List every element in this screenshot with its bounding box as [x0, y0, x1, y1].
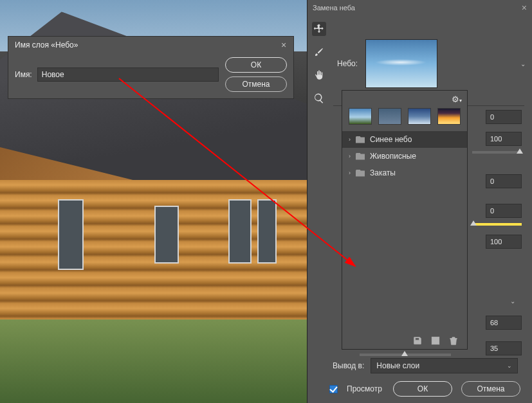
slider-track[interactable] [472, 151, 522, 154]
house-window [154, 206, 179, 264]
folder-icon [356, 153, 365, 160]
slider-track-color[interactable] [472, 223, 522, 226]
close-icon[interactable]: × [522, 3, 527, 13]
output-value: Новые слои [376, 361, 419, 370]
slider-value-7[interactable] [486, 341, 522, 355]
slider-value-4[interactable] [486, 204, 522, 218]
category-sunsets[interactable]: › Закаты [342, 165, 467, 181]
name-input[interactable] [37, 67, 219, 82]
chevron-down-icon[interactable]: ⌄ [520, 60, 526, 67]
house-window [228, 199, 252, 264]
slider-value-3[interactable] [486, 174, 522, 188]
grass-foreground [0, 319, 307, 403]
panel-title: Замена неба [313, 4, 355, 12]
save-icon[interactable] [413, 336, 422, 345]
zoom-slider[interactable] [360, 354, 451, 356]
category-label: Синее небо [370, 135, 412, 144]
chevron-down-icon: ⌄ [507, 363, 512, 369]
sky-label: Небо: [337, 59, 358, 68]
output-select[interactable]: Новые слои ⌄ [371, 358, 518, 373]
preset-thumb[interactable] [408, 108, 431, 125]
preview-checkbox[interactable] [329, 385, 338, 393]
gear-icon[interactable]: ⚙▾ [452, 94, 462, 104]
folder-icon [356, 170, 365, 177]
zoom-tool-icon[interactable] [312, 91, 326, 105]
rename-layer-dialog: Имя слоя «Небо» × Имя: ОК Отмена [8, 36, 294, 99]
chevron-down-icon[interactable]: ⌄ [510, 298, 515, 305]
sky-preset-popup: ⚙▾ › Синее небо › Живописные › Закаты [342, 90, 468, 350]
slider-value-1[interactable] [486, 110, 522, 124]
category-blue-sky[interactable]: › Синее небо [342, 131, 467, 148]
close-icon[interactable]: × [279, 40, 288, 49]
ok-button[interactable]: ОК [393, 381, 452, 397]
folder-icon [356, 136, 365, 143]
chevron-right-icon: › [349, 136, 351, 143]
category-label: Закаты [370, 168, 396, 177]
house-window [58, 199, 84, 270]
dialog-title: Имя слоя «Небо» [15, 40, 78, 49]
chevron-right-icon: › [349, 170, 351, 176]
cancel-button[interactable]: Отмена [461, 381, 520, 397]
preset-thumb[interactable] [378, 108, 401, 125]
ok-button[interactable]: ОК [225, 57, 287, 73]
chevron-right-icon: › [349, 153, 351, 159]
preset-thumb[interactable] [437, 108, 461, 125]
trash-icon[interactable] [449, 336, 458, 345]
hand-tool-icon[interactable] [312, 68, 326, 82]
preset-thumb[interactable] [349, 108, 372, 125]
output-label: Вывод в: [333, 361, 364, 370]
slider-value-5[interactable] [486, 235, 522, 249]
sky-preview-thumb[interactable] [365, 39, 437, 88]
slider-value-2[interactable] [486, 132, 522, 146]
cancel-button[interactable]: Отмена [225, 76, 287, 92]
new-icon[interactable] [431, 336, 440, 345]
name-label: Имя: [15, 70, 32, 79]
house-window [257, 199, 277, 264]
tool-column [307, 15, 331, 105]
move-tool-icon[interactable] [312, 22, 326, 36]
preview-label: Просмотр [347, 384, 382, 393]
brush-tool-icon[interactable] [312, 45, 326, 59]
category-painterly[interactable]: › Живописные [342, 148, 467, 165]
category-label: Живописные [370, 152, 416, 161]
slider-value-6[interactable] [486, 316, 522, 330]
